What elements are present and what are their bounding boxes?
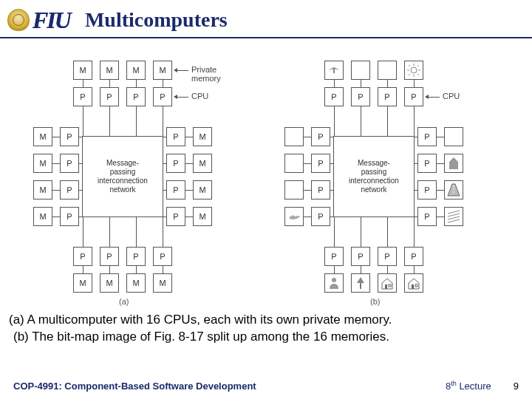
airplane-icon	[327, 63, 341, 78]
cpu-box: P	[311, 154, 330, 173]
svg-rect-16	[385, 284, 387, 289]
svg-line-7	[417, 65, 419, 66]
svg-line-5	[409, 65, 410, 66]
memory-box: M	[100, 61, 119, 80]
cpu-box: P	[166, 207, 185, 226]
image-tile-box	[351, 273, 370, 293]
diagram-sublabel-b: (b)	[370, 297, 380, 306]
svg-rect-18	[412, 284, 414, 289]
memory-box: M	[73, 273, 92, 293]
cpu-box: P	[100, 87, 119, 106]
footer-lecture: 8th Lecture	[446, 380, 491, 392]
image-tile-box	[284, 180, 304, 200]
svg-rect-15	[360, 283, 361, 289]
diagram-a: M M M M P P P P M P M P M P M P P M P M …	[33, 61, 248, 304]
cpu-box: P	[73, 247, 92, 266]
memory-box: M	[153, 273, 172, 293]
cpu-box: P	[324, 247, 344, 266]
field-icon	[446, 209, 461, 224]
cpu-box: P	[311, 207, 330, 226]
svg-line-8	[409, 74, 410, 75]
memory-box: M	[33, 180, 52, 200]
arrow-icon	[175, 70, 188, 71]
cpu-box: P	[73, 87, 92, 106]
diagram-area: M M M M P P P P M P M P M P M P P M P M …	[0, 38, 532, 312]
slide-footer: COP-4991: Component-Based Software Devel…	[0, 380, 532, 392]
image-tile-box	[378, 273, 397, 293]
cpu-box: P	[60, 180, 79, 200]
svg-point-0	[411, 67, 417, 73]
image-tile-box	[324, 273, 344, 293]
page-number: 9	[514, 381, 519, 392]
memory-box: M	[193, 207, 212, 226]
cpu-box: P	[311, 127, 330, 146]
cpu-box: P	[60, 207, 79, 226]
arrow-icon	[175, 97, 188, 98]
cpu-box: P	[60, 127, 79, 146]
cpu-box: P	[166, 180, 185, 200]
caption-block: (a) A multicomputer with 16 CPUs, each w…	[0, 312, 532, 346]
cpu-box: P	[351, 87, 370, 106]
cpu-box: P	[417, 154, 437, 173]
cpu-box: P	[417, 207, 437, 226]
image-tile-box	[444, 207, 463, 226]
svg-line-12	[448, 216, 460, 219]
image-tile-box	[284, 127, 304, 146]
cpu-box: P	[324, 87, 344, 106]
cpu-box: P	[100, 247, 119, 266]
memory-box: M	[193, 180, 212, 200]
cpu-box: P	[404, 247, 423, 266]
cpu-box: P	[417, 127, 437, 146]
arrow-icon	[426, 97, 440, 98]
memory-box: M	[33, 127, 52, 146]
memory-box: M	[193, 154, 212, 173]
svg-line-13	[448, 219, 460, 222]
cpu-box: P	[378, 87, 397, 106]
diagram-sublabel-a: (a)	[119, 297, 129, 306]
svg-point-14	[332, 278, 336, 282]
image-tile-box	[404, 61, 423, 80]
cpu-box: P	[378, 247, 397, 266]
image-tile-box	[444, 154, 463, 173]
svg-line-11	[448, 214, 460, 216]
cpu-box: P	[126, 87, 146, 106]
svg-rect-19	[415, 284, 417, 287]
svg-line-10	[448, 211, 460, 214]
caption-b: (b) The bit-map image of Fig. 8-17 split…	[9, 329, 523, 346]
fiu-logo: FIU	[33, 7, 70, 34]
image-tile-box	[378, 61, 397, 80]
svg-rect-17	[389, 284, 391, 287]
interconnection-network: Message- passing interconnection network	[82, 136, 163, 217]
caption-a: (a) A multicomputer with 16 CPUs, each w…	[9, 312, 523, 329]
cpu-box: P	[417, 180, 437, 200]
diagram-b: P P P P P P P P P P P P P P P	[284, 61, 499, 304]
tree-icon	[353, 276, 368, 290]
cpu-box: P	[60, 154, 79, 173]
label-cpu: CPU	[443, 92, 460, 100]
road-icon	[446, 183, 461, 197]
university-crest-icon	[7, 9, 30, 31]
image-tile-box	[444, 127, 463, 146]
house-icon	[380, 276, 395, 290]
slide-header: FIU Multicomputers	[0, 0, 532, 38]
cpu-box: P	[126, 247, 146, 266]
memory-box: M	[100, 273, 119, 293]
house-icon	[406, 276, 421, 290]
interconnection-network: Message- passing interconnection network	[333, 136, 415, 217]
image-tile-box	[284, 207, 304, 226]
memory-box: M	[33, 154, 52, 173]
image-tile-box	[351, 61, 370, 80]
label-cpu: CPU	[191, 92, 208, 100]
sun-icon	[406, 63, 421, 78]
memory-box: M	[126, 273, 146, 293]
person-icon	[327, 276, 341, 290]
cpu-box: P	[166, 127, 185, 146]
svg-line-6	[417, 74, 419, 75]
image-tile-box	[444, 180, 463, 200]
cpu-box: P	[311, 180, 330, 200]
memory-box: M	[126, 61, 146, 80]
building-icon	[446, 156, 461, 171]
memory-box: M	[193, 127, 212, 146]
bird-icon	[287, 209, 301, 224]
footer-course: COP-4991: Component-Based Software Devel…	[13, 381, 256, 392]
